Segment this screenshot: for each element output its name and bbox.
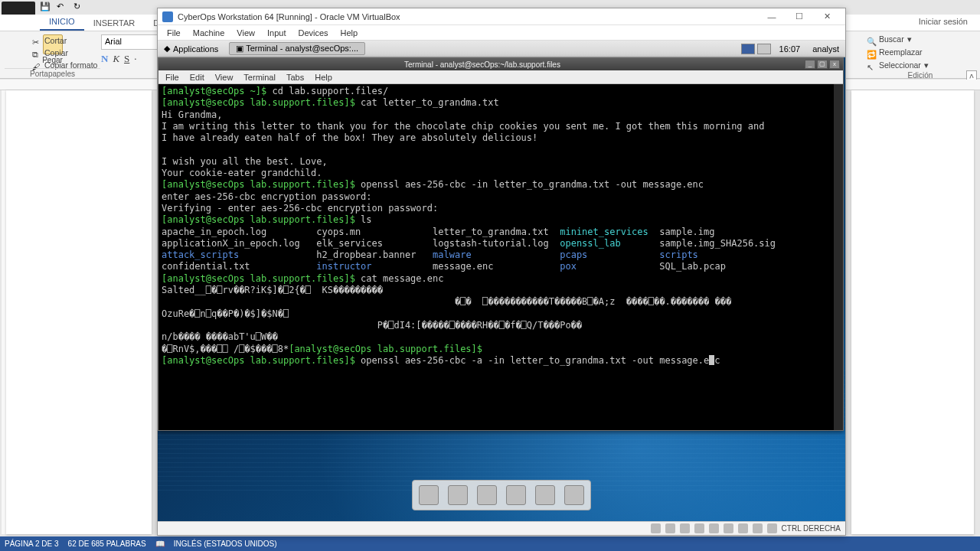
editing-group: 🔍Buscar ▾ 🔁Reemplazar ↖Seleccionar ▾ bbox=[867, 33, 974, 72]
xfce-logo-icon: ◆ bbox=[164, 44, 170, 54]
terminal-window: Terminal - analyst@secOps:~/lab.support.… bbox=[158, 57, 844, 431]
terminal-scrollbar[interactable] bbox=[834, 84, 843, 430]
status-network-icon[interactable] bbox=[694, 523, 704, 533]
status-shared-icon[interactable] bbox=[724, 523, 733, 533]
copy-button[interactable]: ⧉Copiar bbox=[32, 47, 97, 59]
terminal-close-button[interactable]: x bbox=[829, 60, 840, 69]
tmenu-edit[interactable]: Edit bbox=[185, 72, 210, 83]
status-display-icon[interactable] bbox=[738, 523, 748, 533]
terminal-icon: ▣ bbox=[236, 44, 243, 53]
minimize-button[interactable]: — bbox=[758, 9, 786, 24]
dock-editor-icon[interactable] bbox=[477, 485, 497, 505]
host-key-indicator[interactable]: CTRL DERECHA bbox=[782, 524, 841, 533]
terminal-minimize-button[interactable]: _ bbox=[805, 60, 815, 69]
status-hdd-icon[interactable] bbox=[651, 523, 661, 533]
redo-icon[interactable]: ↻ bbox=[74, 2, 84, 12]
close-button[interactable]: ✕ bbox=[813, 9, 841, 24]
status-mouse-icon[interactable] bbox=[767, 523, 777, 533]
taskbar-terminal[interactable]: ▣ Terminal - analyst@secOps:... bbox=[229, 42, 365, 55]
panel-clock[interactable]: 16:07 bbox=[773, 44, 807, 54]
tmenu-help[interactable]: Help bbox=[309, 72, 338, 83]
xfce-dock bbox=[412, 480, 591, 510]
tab-inicio[interactable]: INICIO bbox=[40, 14, 84, 31]
status-spellcheck-icon[interactable]: 📖 bbox=[155, 540, 165, 548]
vbox-titlebar[interactable]: CyberOps Workstation 64 [Running] - Orac… bbox=[158, 8, 845, 25]
maximize-button[interactable]: ☐ bbox=[786, 9, 813, 24]
tmenu-tabs[interactable]: Tabs bbox=[281, 72, 309, 83]
italic-button[interactable]: K bbox=[113, 53, 119, 65]
strike-button[interactable]: · bbox=[134, 53, 136, 65]
applications-menu[interactable]: ◆Applications bbox=[158, 42, 224, 55]
undo-icon[interactable]: ↶ bbox=[57, 2, 67, 12]
menu-file[interactable]: File bbox=[161, 27, 187, 39]
terminal-title-text: Terminal - analyst@secOps:~/lab.support.… bbox=[162, 60, 803, 69]
status-page[interactable]: PÁGINA 2 DE 3 bbox=[5, 540, 59, 548]
workspace-1[interactable] bbox=[741, 44, 755, 54]
word-status-bar: PÁGINA 2 DE 3 62 DE 685 PALABRAS 📖 INGLÉ… bbox=[0, 536, 980, 551]
signin-link[interactable]: Iniciar sesión bbox=[919, 17, 968, 26]
vbox-title-text: CyberOps Workstation 64 [Running] - Orac… bbox=[178, 12, 758, 21]
menu-machine[interactable]: Machine bbox=[187, 27, 231, 39]
status-audio-icon[interactable] bbox=[680, 523, 690, 533]
underline-button[interactable]: S bbox=[124, 53, 129, 65]
cursor-icon: ↖ bbox=[867, 61, 876, 70]
replace-button[interactable]: 🔁Reemplazar bbox=[867, 46, 974, 59]
dock-files-icon[interactable] bbox=[419, 485, 439, 505]
guest-display[interactable]: ◆Applications ▣ Terminal - analyst@secOp… bbox=[158, 41, 845, 521]
workspace-2[interactable] bbox=[757, 44, 771, 54]
terminal-menubar: File Edit View Terminal Tabs Help bbox=[158, 70, 843, 84]
vbox-menubar: File Machine View Input Devices Help bbox=[158, 25, 845, 41]
menu-input[interactable]: Input bbox=[261, 27, 292, 39]
virtualbox-window: CyberOps Workstation 64 [Running] - Orac… bbox=[157, 8, 846, 536]
dock-search-icon[interactable] bbox=[535, 485, 555, 505]
terminal-output[interactable]: [analyst@secOps ~]$ cd lab.support.files… bbox=[158, 84, 843, 430]
replace-icon: 🔁 bbox=[867, 48, 876, 57]
status-words[interactable]: 62 DE 685 PALABRAS bbox=[68, 540, 146, 548]
save-icon[interactable]: 💾 bbox=[40, 2, 51, 12]
tmenu-terminal[interactable]: Terminal bbox=[238, 72, 281, 83]
bold-button[interactable]: N bbox=[101, 53, 108, 65]
copy-icon: ⧉ bbox=[32, 48, 41, 57]
dock-terminal-icon[interactable] bbox=[448, 485, 468, 505]
clipboard-group-label: Portapapeles bbox=[5, 68, 100, 78]
dock-folder-icon[interactable] bbox=[564, 485, 584, 505]
status-language[interactable]: INGLÉS (ESTADOS UNIDOS) bbox=[174, 540, 277, 548]
quick-access-toolbar: 💾 ↶ ↻ bbox=[40, 2, 84, 12]
menu-view[interactable]: View bbox=[230, 27, 261, 39]
virtualbox-icon bbox=[162, 11, 173, 22]
tab-insertar[interactable]: INSERTAR bbox=[84, 15, 145, 31]
dock-browser-icon[interactable] bbox=[506, 485, 526, 505]
document-page-left[interactable] bbox=[6, 90, 152, 534]
status-recording-icon[interactable] bbox=[753, 523, 763, 533]
clipboard-group: Pegar ✂Cortar ⧉Copiar 🖌Copiar formato Po… bbox=[5, 33, 100, 77]
panel-user[interactable]: analyst bbox=[806, 44, 845, 54]
select-button[interactable]: ↖Seleccionar ▾ bbox=[867, 59, 974, 72]
status-optical-icon[interactable] bbox=[665, 523, 675, 533]
menu-devices[interactable]: Devices bbox=[292, 27, 334, 39]
tmenu-view[interactable]: View bbox=[210, 72, 239, 83]
find-button[interactable]: 🔍Buscar ▾ bbox=[867, 33, 974, 46]
search-icon: 🔍 bbox=[867, 35, 876, 44]
xfce-top-panel: ◆Applications ▣ Terminal - analyst@secOp… bbox=[158, 41, 845, 57]
cut-button[interactable]: ✂Cortar bbox=[32, 34, 97, 47]
menu-help[interactable]: Help bbox=[335, 27, 364, 39]
tmenu-file[interactable]: File bbox=[160, 72, 185, 83]
terminal-titlebar[interactable]: Terminal - analyst@secOps:~/lab.support.… bbox=[158, 58, 843, 70]
document-page-right[interactable] bbox=[851, 90, 974, 534]
terminal-maximize-button[interactable]: ▢ bbox=[817, 60, 828, 69]
status-usb-icon[interactable] bbox=[709, 523, 719, 533]
vbox-status-bar: CTRL DERECHA bbox=[158, 521, 845, 535]
scissors-icon: ✂ bbox=[32, 36, 41, 45]
editing-group-label: Edición bbox=[867, 71, 974, 80]
